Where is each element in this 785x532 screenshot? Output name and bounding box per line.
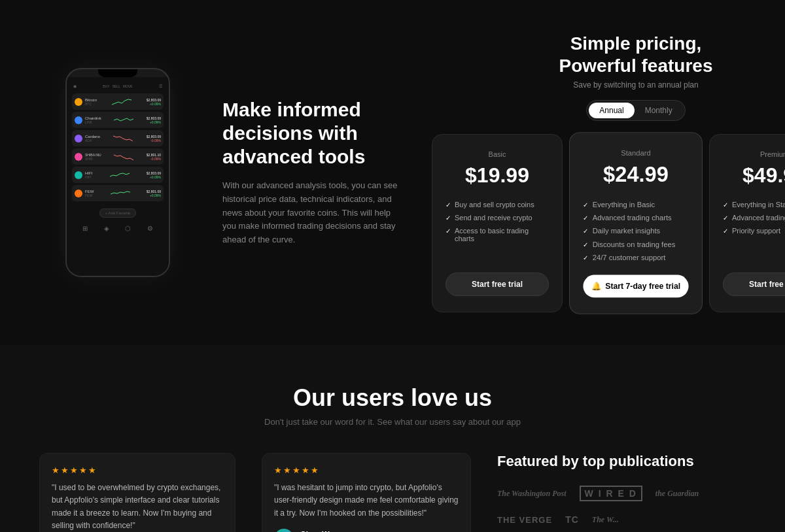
right-area: Featured by top publications The Washing…	[497, 453, 746, 532]
pricing-card-standard: Standard $24.99 Everything in Basic Adva…	[569, 132, 703, 314]
plan-price-premium: $49.99	[723, 163, 785, 188]
coin-row-chainlink: Chainlink LINK $2,803.09+0.09%	[72, 112, 164, 128]
standard-cta-button[interactable]: 🔔 Start 7-day free trial	[583, 275, 688, 298]
pub-tc: TC	[565, 514, 579, 525]
billing-annual-button[interactable]: Annual	[589, 103, 634, 118]
pub-verge: THE VERGE	[497, 515, 552, 525]
plan-feature: Everything in Basic	[583, 197, 688, 210]
testimonial-card-chen: ★★★★★ "I was hesitant to jump into crypt…	[262, 453, 471, 532]
features-headline: Make informed decisions with advanced to…	[222, 98, 406, 169]
testimonials-subtitle: Don't just take our word for it. See wha…	[39, 417, 746, 427]
pub-thew: The W...	[592, 515, 619, 525]
coin-row-shib: SHIBA INU SHIB $2,801.10-0.09%	[72, 148, 164, 165]
plan-feature: Daily market insights	[583, 224, 688, 237]
bottom-section: Our users love us Don't just take our wo…	[0, 345, 785, 532]
plan-feature: Send and receive crypto	[445, 211, 549, 224]
testimonials-section: Our users love us Don't just take our wo…	[0, 384, 785, 532]
featured-title: Featured by top publications	[497, 453, 746, 470]
phone-mockup: ◉ BUY SELL MOVE ☰ Bitcoin BTC $2,803.09	[65, 68, 170, 277]
testimonial-text: "I was hesitant to jump into crypto, but…	[274, 482, 459, 520]
top-section: ◉ BUY SELL MOVE ☰ Bitcoin BTC $2,803.09	[0, 0, 785, 345]
pricing-top-wrapper: Simple pricing, Powerful features Save b…	[432, 33, 785, 312]
coin-row-cardano: Cardano ADA $2,803.09-0.09%	[72, 130, 164, 146]
plan-price-standard: $24.99	[583, 162, 688, 187]
plan-name-basic: Basic	[445, 150, 549, 158]
phone-area: ◉ BUY SELL MOVE ☰ Bitcoin BTC $2,803.09	[39, 26, 196, 319]
pub-wired: W I R E D	[580, 486, 642, 501]
plan-feature: Priority support	[723, 224, 785, 237]
reviewer: CW Chen W. @CryptoChen	[274, 529, 459, 532]
plan-feature: Discounts on trading fees	[583, 238, 688, 251]
plan-features-standard: Everything in Basic Advanced trading cha…	[583, 197, 688, 264]
plan-name-standard: Standard	[583, 149, 688, 157]
avatar-chen: CW	[274, 529, 294, 532]
phone-notch	[98, 69, 137, 77]
plan-features-basic: Buy and sell crypto coins Send and recei…	[445, 198, 549, 262]
pricing-card-basic: Basic $19.99 Buy and sell crypto coins S…	[432, 134, 563, 312]
publications-row: The Washington Post W I R E D the Guardi…	[497, 486, 746, 532]
pricing-cards: Basic $19.99 Buy and sell crypto coins S…	[432, 134, 785, 312]
plan-feature: Advanced trading features	[723, 211, 785, 224]
testimonial-text: "I used to be overwhelmed by crypto exch…	[52, 482, 223, 532]
pricing-subtitle: Save by switching to an annual plan	[559, 80, 713, 90]
plan-price-basic: $19.99	[445, 163, 549, 188]
plan-feature: Everything in Standard	[723, 198, 785, 211]
testimonials-title: Our users love us	[39, 384, 746, 412]
pub-wapo: The Washington Post	[497, 489, 567, 499]
phone-screen: ◉ BUY SELL MOVE ☰ Bitcoin BTC $2,803.09	[67, 77, 169, 277]
billing-monthly-button[interactable]: Monthly	[635, 103, 683, 118]
pricing-headline: Simple pricing, Powerful features	[559, 33, 713, 76]
plan-feature: 24/7 customer support	[583, 251, 688, 264]
basic-cta-button[interactable]: Start free trial	[445, 273, 549, 296]
featured-section: Featured by top publications The Washing…	[497, 453, 746, 532]
pricing-header: Simple pricing, Powerful features Save b…	[559, 33, 713, 90]
pricing-card-premium: Premium $49.99 Everything in Standard Ad…	[709, 134, 785, 312]
plan-feature: Advanced trading charts	[583, 211, 688, 224]
testimonials-middle: ★★★★★ "I was hesitant to jump into crypt…	[262, 453, 471, 532]
testimonials-left: ★★★★★ "I used to be overwhelmed by crypt…	[39, 453, 236, 532]
pricing-area: Simple pricing, Powerful features Save b…	[432, 26, 785, 319]
plan-features-premium: Everything in Standard Advanced trading …	[723, 198, 785, 262]
pub-guardian: the Guardian	[655, 489, 699, 499]
features-text: Make informed decisions with advanced to…	[222, 26, 406, 319]
testimonial-card-sarah: ★★★★★ "I used to be overwhelmed by crypt…	[39, 453, 236, 532]
billing-toggle: Annual Monthly	[586, 100, 685, 121]
plan-feature: Buy and sell crypto coins	[445, 198, 549, 211]
features-description: With our advanced analysis tools, you ca…	[222, 179, 406, 247]
stars: ★★★★★	[52, 465, 223, 475]
stars: ★★★★★	[274, 465, 459, 475]
coin-row-bitcoin: Bitcoin BTC $2,803.09+0.09%	[72, 93, 164, 110]
plan-name-premium: Premium	[723, 150, 785, 158]
plan-feature: Access to basic trading charts	[445, 224, 549, 245]
coin-row-few: FEW FEW $2,801.09+0.09%	[72, 185, 164, 201]
premium-cta-button[interactable]: Start free trial	[723, 273, 785, 296]
phone-header: ◉ BUY SELL MOVE ☰	[72, 81, 164, 91]
coin-row-hifi: HIFI HIFI $2,803.09+0.09%	[72, 167, 164, 183]
